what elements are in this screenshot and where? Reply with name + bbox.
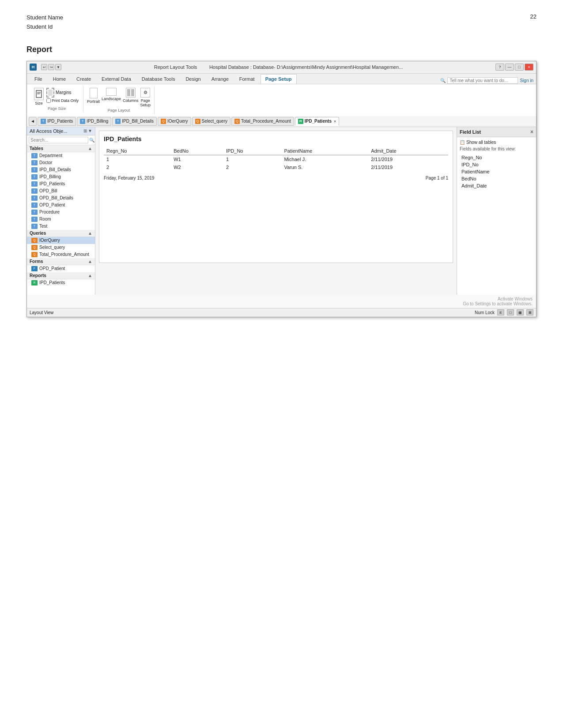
undo-btn[interactable]: ↩ — [41, 64, 47, 70]
status-text: Layout View — [30, 310, 53, 315]
tab-format[interactable]: Format — [234, 74, 260, 84]
redo-btn[interactable]: ↪ — [48, 64, 54, 70]
tab-close-icon[interactable]: × — [334, 119, 336, 124]
margins-button[interactable]: Margins — [46, 88, 72, 98]
section-forms[interactable]: Forms ▲ — [27, 258, 95, 265]
table-icon-opd-bill-details: T — [31, 195, 38, 201]
sidebar-item-ipd-billing[interactable]: T IPD_Billing — [27, 173, 95, 180]
page-size-group-label: Page Size — [34, 106, 79, 111]
form-icon-opd-patient: F — [31, 266, 38, 271]
table-icon-department: T — [31, 153, 38, 158]
tab-create[interactable]: Create — [72, 74, 96, 84]
search-input[interactable] — [447, 77, 518, 84]
sidebar-item-opd-bill-details[interactable]: T OPD_Bill_Details — [27, 195, 95, 202]
sign-in-link[interactable]: Sign in — [520, 78, 533, 83]
sidebar-settings-icon[interactable]: ⊞ — [83, 128, 87, 133]
tab-design[interactable]: Design — [181, 74, 205, 84]
status-icon-4[interactable]: ⊠ — [526, 309, 533, 315]
field-item-ipd-no[interactable]: IPD_No — [460, 161, 533, 168]
field-item-regn-no[interactable]: Regn_No — [460, 154, 533, 161]
title-bar-btns: ↩ ↪ ▼ — [41, 64, 61, 70]
sidebar-item-opd-bill[interactable]: T OPD_Bill — [27, 188, 95, 195]
show-all-tables-label: Show all tables — [466, 140, 496, 145]
section-tables[interactable]: Tables ▲ — [27, 145, 95, 152]
show-all-tables-btn[interactable]: 📋 Show all tables — [460, 140, 533, 145]
tab-ipd-patients-2[interactable]: R IPD_Patients × — [295, 117, 339, 126]
query-icon-select-query: Q — [31, 245, 38, 250]
sidebar-item-ipd-patients-report[interactable]: R IPD_Patients — [27, 279, 95, 286]
section-title: Report — [0, 36, 563, 61]
sidebar-item-doctor[interactable]: T Doctor — [27, 159, 95, 166]
size-button[interactable]: Size — [34, 88, 44, 105]
table-icon-procedure: T — [31, 210, 38, 215]
maximize-button[interactable]: □ — [515, 64, 524, 71]
sidebar-item-opd-patient[interactable]: T OPD_Patient — [27, 202, 95, 209]
status-icon-1[interactable]: E — [497, 309, 504, 315]
sidebar-item-label-doctor: Doctor — [39, 160, 52, 165]
page-layout-group: Portrait Landscape Columns ⚙ PageSetup — [83, 86, 155, 114]
sidebar-item-ipd-patients[interactable]: T IPD_Patients — [27, 180, 95, 188]
field-item-patient-name[interactable]: PatientName — [460, 168, 533, 175]
tab-ioerquery[interactable]: Q IOerQuery — [158, 117, 191, 126]
sidebar-item-ipd-bill-details[interactable]: T IPD_Bill_Details — [27, 166, 95, 173]
print-data-checkbox[interactable] — [46, 98, 51, 103]
field-list-close-icon[interactable]: × — [530, 129, 533, 135]
tab-file[interactable]: File — [30, 74, 47, 84]
minimize-button[interactable]: — — [505, 64, 514, 71]
columns-button[interactable]: Columns — [123, 88, 139, 103]
landscape-button[interactable]: Landscape — [102, 88, 121, 101]
section-queries[interactable]: Queries ▲ — [27, 230, 95, 237]
tab-icon-total-procedure: Q — [234, 119, 240, 124]
win-controls: ? — □ × — [495, 64, 533, 71]
field-label-bedno: BedNo — [461, 176, 476, 181]
landscape-label: Landscape — [102, 97, 121, 101]
sidebar-chevron-icon[interactable]: ▼ — [88, 128, 92, 133]
tab-external-data[interactable]: External Data — [97, 74, 136, 84]
sidebar-search-input[interactable] — [29, 137, 88, 143]
sidebar-item-select-query[interactable]: Q Select_query — [27, 244, 95, 251]
ribbon-tools-label: Report Layout Tools — [154, 64, 197, 70]
sidebar-item-label-total-procedure: Total_Procedure_Amount — [39, 252, 89, 257]
portrait-button[interactable]: Portrait — [87, 88, 100, 104]
tab-home[interactable]: Home — [48, 74, 71, 84]
field-label-ipd-no: IPD_No — [461, 162, 479, 167]
table-icon-room: T — [31, 217, 38, 222]
sidebar-item-label-opd-bill: OPD_Bill — [39, 188, 57, 193]
sidebar-header: All Access Obje... ⊞ ▼ — [27, 127, 95, 135]
sidebar-item-ioerquery[interactable]: Q IOerQuery — [27, 237, 95, 244]
report-content-title: IPD_Patients — [104, 135, 448, 143]
page-setup-button[interactable]: ⚙ PageSetup — [140, 88, 151, 107]
cell-row2-regn: 2 — [104, 163, 171, 171]
print-data-only-checkbox[interactable]: Print Data Only — [46, 98, 79, 103]
tab-ipd-patients-1[interactable]: T IPD_Patients — [38, 117, 76, 126]
sidebar-item-room[interactable]: T Room — [27, 216, 95, 223]
table-row: 2 W2 2 Varun S. 2/11/2019 — [104, 163, 448, 171]
sidebar-item-test[interactable]: T Test — [27, 223, 95, 230]
help-button[interactable]: ? — [495, 64, 504, 71]
tab-ipd-billing[interactable]: T IPD_Billing — [77, 117, 111, 126]
tab-database-tools[interactable]: Database Tools — [137, 74, 180, 84]
quick-access-btn[interactable]: ▼ — [55, 64, 61, 70]
sidebar-item-procedure[interactable]: T Procedure — [27, 209, 95, 216]
col-bedno: BedNo — [171, 147, 223, 155]
tab-page-setup[interactable]: Page Setup — [261, 74, 297, 84]
sidebar-item-department[interactable]: T Department — [27, 152, 95, 159]
section-queries-toggle: ▲ — [88, 231, 92, 236]
sidebar-item-opd-patient-form[interactable]: F OPD_Patient — [27, 265, 95, 272]
tab-icon-ipd-billing: T — [80, 119, 85, 124]
sidebar-item-total-procedure[interactable]: Q Total_Procedure_Amount — [27, 251, 95, 258]
field-item-admit-date[interactable]: Admit_Date — [460, 182, 533, 189]
page-layout-group-label: Page Layout — [87, 108, 151, 113]
tab-arrange[interactable]: Arrange — [207, 74, 234, 84]
section-reports[interactable]: Reports ▲ — [27, 272, 95, 279]
tab-label-ipd-patients-1: IPD_Patients — [47, 119, 73, 124]
tab-select-query[interactable]: Q Select_query — [192, 117, 230, 126]
nav-left-arrow[interactable]: ◄ — [29, 117, 37, 126]
tab-ipd-bill-details[interactable]: T IPD_Bill_Details — [112, 117, 157, 126]
field-item-bedno[interactable]: BedNo — [460, 175, 533, 182]
tab-total-procedure[interactable]: Q Total_Procedure_Amount — [231, 117, 294, 126]
close-button[interactable]: × — [525, 64, 533, 71]
status-icon-2[interactable]: □ — [507, 309, 514, 315]
status-icon-3[interactable]: ▦ — [517, 309, 524, 315]
sidebar-item-label-ipd-patients-report: IPD_Patients — [39, 280, 65, 285]
